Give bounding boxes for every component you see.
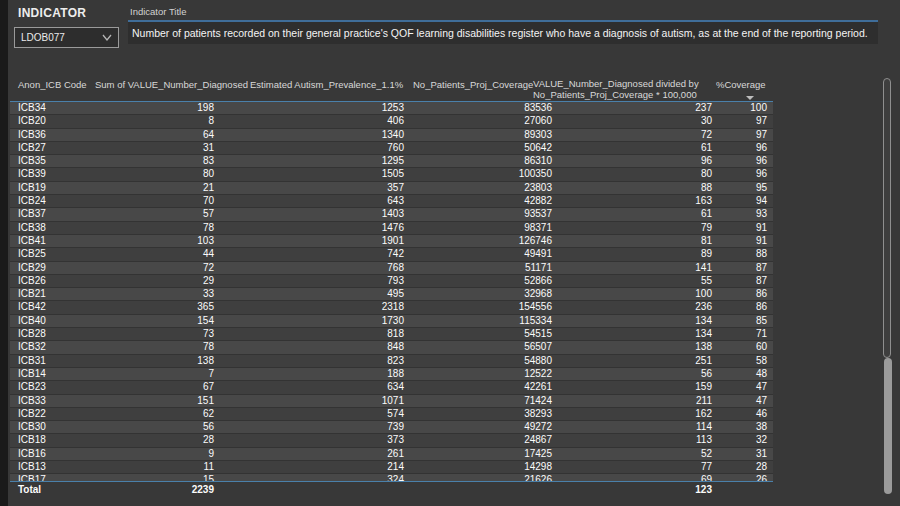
pct-coverage-cell: 26 [697,474,767,481]
icb-code-cell: ICB40 [18,315,46,328]
pct-coverage-cell: 91 [697,235,767,248]
rate-cell: 81 [570,235,712,248]
icb-code-cell: ICB42 [18,301,46,314]
table-row[interactable]: ICB38781476983717991 [10,222,773,235]
pct-coverage-cell: 87 [697,275,767,288]
pct-coverage-cell: 96 [697,142,767,155]
pct-coverage-cell: 88 [697,248,767,261]
column-header-sum-value-number-diagnosed[interactable]: Sum of VALUE_Number_Diagnosed [95,79,248,90]
table-row[interactable]: ICB21334953296810086 [10,288,773,301]
sort-descending-icon[interactable] [746,96,754,100]
prevalence-cell: 1901 [260,235,404,248]
table-row[interactable]: ICB398015051003508096 [10,168,773,181]
diagnosed-cell: 154 [70,315,214,328]
scrollbar-thumb[interactable] [884,358,892,494]
pct-coverage-cell: 97 [697,115,767,128]
table-row[interactable]: ICB4110319011267468191 [10,235,773,248]
table-row[interactable]: ICB311388235488025158 [10,355,773,368]
table-row[interactable]: ICB3315110717142421147 [10,395,773,408]
table-row[interactable]: ICB1715324216266926 [10,474,773,481]
pct-coverage-cell: 85 [697,315,767,328]
table-row[interactable]: ICB208406270603097 [10,115,773,128]
table-row[interactable]: ICB29727685117114187 [10,262,773,275]
data-table: Anon_ICB Code Sum of VALUE_Number_Diagno… [10,75,773,497]
table-row[interactable]: ICB2629793528665587 [10,275,773,288]
rate-cell: 114 [570,421,712,434]
rate-cell: 69 [570,474,712,481]
scrollbar-upper-segment[interactable] [883,78,891,358]
table-row[interactable]: ICB18283732486711332 [10,434,773,447]
rate-cell: 56 [570,368,712,381]
diagnosed-cell: 9 [70,448,214,461]
icb-code-cell: ICB19 [18,182,46,195]
column-header-estimated-autism-prevalence[interactable]: Estimated Autism_Prevalence_1.1% [250,79,403,90]
prevalence-cell: 848 [260,341,404,354]
rate-cell: 236 [570,301,712,314]
proj-coverage-cell: 52866 [410,275,552,288]
icb-code-cell: ICB28 [18,328,46,341]
proj-coverage-cell: 21626 [410,474,552,481]
pct-coverage-cell: 31 [697,448,767,461]
pct-coverage-cell: 87 [697,262,767,275]
pct-coverage-cell: 38 [697,421,767,434]
pct-coverage-cell: 47 [697,381,767,394]
table-row[interactable]: ICB32788485650713860 [10,341,773,354]
rate-cell: 80 [570,168,712,181]
table-row[interactable]: ICB147188125225648 [10,368,773,381]
prevalence-cell: 2318 [260,301,404,314]
table-row[interactable]: ICB169261174255231 [10,448,773,461]
column-header-no-patients-proj-coverage[interactable]: No_Patients_Proj_Coverage [413,79,533,90]
proj-coverage-cell: 50642 [410,142,552,155]
column-header-anon-icb-code[interactable]: Anon_ICB Code [18,79,87,90]
pct-coverage-cell: 47 [697,395,767,408]
rate-cell: 88 [570,182,712,195]
table-row[interactable]: ICB42365231815455623686 [10,301,773,314]
table-row[interactable]: ICB2544742494918988 [10,248,773,261]
icb-code-cell: ICB34 [18,102,46,115]
column-header-rate-per-100000[interactable]: VALUE_Number_Diagnosed divided by No_Pat… [533,79,699,100]
icb-code-cell: ICB16 [18,448,46,461]
indicator-dropdown[interactable]: LDOB077 [14,27,119,48]
diagnosed-cell: 72 [70,262,214,275]
prevalence-cell: 1476 [260,222,404,235]
rate-cell: 134 [570,315,712,328]
table-row[interactable]: ICB28738185451513471 [10,328,773,341]
pct-coverage-cell: 46 [697,408,767,421]
table-row[interactable]: ICB35831295863109696 [10,155,773,168]
rate-cell: 72 [570,129,712,142]
column-header-pct-coverage[interactable]: %Coverage [716,79,766,90]
table-row[interactable]: ICB34198125383536237100 [10,102,773,115]
table-row[interactable]: ICB24706434288216394 [10,195,773,208]
table-row[interactable]: ICB23676344226115947 [10,381,773,394]
icb-code-cell: ICB30 [18,421,46,434]
left-edge-strip [0,0,8,506]
diagnosed-cell: 8 [70,115,214,128]
diagnosed-cell: 28 [70,434,214,447]
icb-code-cell: ICB33 [18,395,46,408]
prevalence-cell: 373 [260,434,404,447]
proj-coverage-cell: 24867 [410,434,552,447]
diagnosed-cell: 70 [70,195,214,208]
prevalence-cell: 793 [260,275,404,288]
pct-coverage-cell: 86 [697,301,767,314]
icb-code-cell: ICB26 [18,275,46,288]
pct-coverage-cell: 95 [697,182,767,195]
diagnosed-cell: 57 [70,208,214,221]
pct-coverage-cell: 60 [697,341,767,354]
scrollbar[interactable] [883,76,892,500]
table-row[interactable]: ICB40154173011533413485 [10,315,773,328]
pct-coverage-cell: 86 [697,288,767,301]
prevalence-cell: 823 [260,355,404,368]
table-row[interactable]: ICB22625743829316246 [10,408,773,421]
diagnosed-cell: 138 [70,355,214,368]
table-row[interactable]: ICB2731760506426196 [10,142,773,155]
table-row[interactable]: ICB37571403935376193 [10,208,773,221]
prevalence-cell: 768 [260,262,404,275]
table-row[interactable]: ICB30567394927211438 [10,421,773,434]
table-row[interactable]: ICB1921357238038895 [10,182,773,195]
proj-coverage-cell: 126746 [410,235,552,248]
table-row[interactable]: ICB1311214142987728 [10,461,773,474]
total-row: Total 2239 123 [10,481,773,497]
prevalence-cell: 1071 [260,395,404,408]
table-row[interactable]: ICB36641340893037297 [10,129,773,142]
